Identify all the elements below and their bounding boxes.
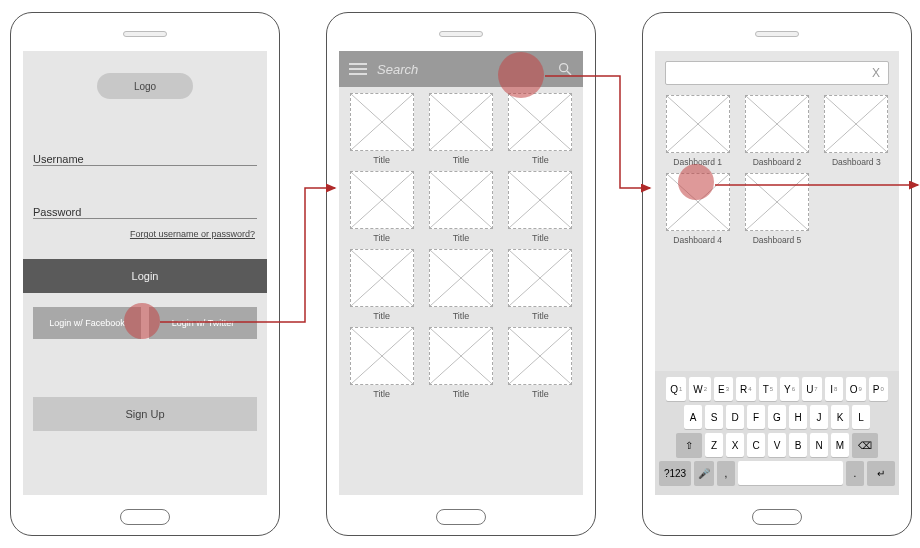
key-x[interactable]: X bbox=[726, 433, 744, 457]
home-button[interactable] bbox=[436, 509, 486, 525]
tile-title: Dashboard 5 bbox=[753, 235, 802, 245]
phone-dashboards: X Dashboard 1Dashboard 2Dashboard 3Dashb… bbox=[642, 12, 912, 536]
backspace-key[interactable]: ⌫ bbox=[852, 433, 878, 457]
dashboard-tile[interactable]: Dashboard 1 bbox=[666, 95, 730, 167]
forgot-link[interactable]: Forgot username or password? bbox=[23, 229, 255, 239]
image-placeholder bbox=[350, 171, 414, 229]
key-f[interactable]: F bbox=[747, 405, 765, 429]
numeric-key[interactable]: ?123 bbox=[659, 461, 691, 485]
key-m[interactable]: M bbox=[831, 433, 849, 457]
tile-title: Dashboard 2 bbox=[753, 157, 802, 167]
tile-title: Title bbox=[373, 311, 390, 321]
tile-title: Title bbox=[453, 311, 470, 321]
image-placeholder bbox=[508, 327, 572, 385]
key-e[interactable]: E3 bbox=[714, 377, 733, 401]
key-r[interactable]: R4 bbox=[736, 377, 756, 401]
home-button[interactable] bbox=[120, 509, 170, 525]
touch-hotspot bbox=[498, 52, 544, 98]
dashboard-tile[interactable]: Dashboard 3 bbox=[824, 95, 888, 167]
key-s[interactable]: S bbox=[705, 405, 723, 429]
key-t[interactable]: T5 bbox=[759, 377, 777, 401]
key-p[interactable]: P0 bbox=[869, 377, 888, 401]
tile-title: Title bbox=[453, 155, 470, 165]
home-button[interactable] bbox=[752, 509, 802, 525]
key-v[interactable]: V bbox=[768, 433, 786, 457]
top-bar: Search bbox=[339, 51, 583, 87]
key-j[interactable]: J bbox=[810, 405, 828, 429]
key-b[interactable]: B bbox=[789, 433, 807, 457]
tile-title: Title bbox=[532, 311, 549, 321]
tile[interactable]: Title bbox=[426, 327, 495, 399]
speaker bbox=[439, 31, 483, 37]
screen-login: Logo Username Password Forgot username o… bbox=[23, 51, 267, 495]
tile[interactable]: Title bbox=[347, 171, 416, 243]
key-w[interactable]: W2 bbox=[689, 377, 711, 401]
shift-key[interactable]: ⇧ bbox=[676, 433, 702, 457]
key-h[interactable]: H bbox=[789, 405, 807, 429]
tile[interactable]: Title bbox=[506, 171, 575, 243]
username-field[interactable]: Username bbox=[33, 139, 257, 166]
tile[interactable]: Title bbox=[506, 327, 575, 399]
search-icon[interactable] bbox=[557, 61, 573, 77]
screen-dashboards: X Dashboard 1Dashboard 2Dashboard 3Dashb… bbox=[655, 51, 899, 495]
tile-grid: TitleTitleTitleTitleTitleTitleTitleTitle… bbox=[339, 87, 583, 399]
period-key[interactable]: . bbox=[846, 461, 864, 485]
tile[interactable]: Title bbox=[347, 93, 416, 165]
dashboard-tile[interactable]: Dashboard 2 bbox=[745, 95, 809, 167]
tile-title: Title bbox=[453, 233, 470, 243]
key-y[interactable]: Y6 bbox=[780, 377, 799, 401]
menu-icon[interactable] bbox=[349, 63, 367, 75]
clear-icon[interactable]: X bbox=[872, 66, 880, 80]
key-z[interactable]: Z bbox=[705, 433, 723, 457]
image-placeholder bbox=[350, 93, 414, 151]
signup-button[interactable]: Sign Up bbox=[33, 397, 257, 431]
key-q[interactable]: Q1 bbox=[666, 377, 686, 401]
key-i[interactable]: I8 bbox=[825, 377, 843, 401]
tile[interactable]: Title bbox=[347, 327, 416, 399]
login-twitter-button[interactable]: Login w/ Twitter bbox=[149, 307, 257, 339]
key-g[interactable]: G bbox=[768, 405, 786, 429]
tile[interactable]: Title bbox=[426, 249, 495, 321]
dashboard-tile[interactable]: Dashboard 5 bbox=[745, 173, 809, 245]
image-placeholder bbox=[350, 249, 414, 307]
key-n[interactable]: N bbox=[810, 433, 828, 457]
key-l[interactable]: L bbox=[852, 405, 870, 429]
tile-title: Title bbox=[373, 233, 390, 243]
tile-title: Title bbox=[532, 389, 549, 399]
touch-hotspot bbox=[678, 164, 714, 200]
search-bar[interactable]: X bbox=[665, 61, 889, 85]
tile-title: Dashboard 4 bbox=[673, 235, 722, 245]
image-placeholder bbox=[666, 95, 730, 153]
tile-title: Title bbox=[373, 389, 390, 399]
speaker bbox=[123, 31, 167, 37]
comma-key[interactable]: , bbox=[717, 461, 735, 485]
tile[interactable]: Title bbox=[426, 171, 495, 243]
touch-hotspot bbox=[124, 303, 160, 339]
space-key[interactable] bbox=[738, 461, 843, 485]
tile[interactable]: Title bbox=[426, 93, 495, 165]
key-k[interactable]: K bbox=[831, 405, 849, 429]
tile-title: Title bbox=[532, 233, 549, 243]
screen-search: Search TitleTitleTitleTitleTitleTitleTit… bbox=[339, 51, 583, 495]
image-placeholder bbox=[508, 249, 572, 307]
image-placeholder bbox=[508, 93, 572, 151]
wireframe-flow: Logo Username Password Forgot username o… bbox=[0, 0, 920, 548]
image-placeholder bbox=[429, 93, 493, 151]
key-a[interactable]: A bbox=[684, 405, 702, 429]
image-placeholder bbox=[745, 95, 809, 153]
tile[interactable]: Title bbox=[506, 249, 575, 321]
tile[interactable]: Title bbox=[347, 249, 416, 321]
tile[interactable]: Title bbox=[506, 93, 575, 165]
image-placeholder bbox=[429, 327, 493, 385]
login-button[interactable]: Login bbox=[23, 259, 267, 293]
logo-placeholder: Logo bbox=[97, 73, 193, 99]
key-u[interactable]: U7 bbox=[802, 377, 822, 401]
image-placeholder bbox=[508, 171, 572, 229]
password-field[interactable]: Password bbox=[33, 192, 257, 219]
key-d[interactable]: D bbox=[726, 405, 744, 429]
mic-key[interactable]: 🎤 bbox=[694, 461, 714, 485]
key-c[interactable]: C bbox=[747, 433, 765, 457]
phone-search: Search TitleTitleTitleTitleTitleTitleTit… bbox=[326, 12, 596, 536]
enter-key[interactable]: ↵ bbox=[867, 461, 895, 485]
key-o[interactable]: O9 bbox=[846, 377, 866, 401]
